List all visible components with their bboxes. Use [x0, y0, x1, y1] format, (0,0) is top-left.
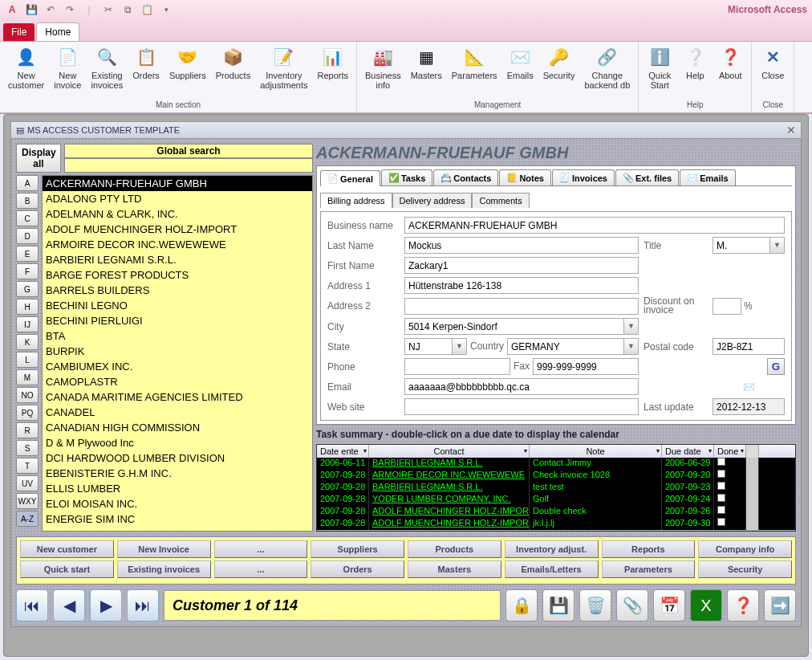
alpha-NO[interactable]: NO	[16, 387, 39, 403]
bottom-button[interactable]: Products	[408, 540, 501, 558]
bottom-button[interactable]: Reports	[602, 540, 696, 558]
discount-input[interactable]	[713, 298, 741, 315]
alpha-E[interactable]: E	[16, 246, 39, 262]
parameters-button[interactable]: 📐Parameters	[447, 43, 502, 100]
quick-start-button[interactable]: ℹ️Quick Start	[642, 43, 677, 100]
email-input[interactable]	[404, 378, 639, 395]
tab-tasks[interactable]: ✅Tasks	[381, 169, 432, 185]
alpha-C[interactable]: C	[16, 210, 39, 226]
first-name-input[interactable]	[404, 257, 639, 274]
save-record-button[interactable]: 💾	[542, 589, 574, 621]
global-search-input[interactable]	[64, 158, 313, 173]
last-record-button[interactable]: ⏭	[127, 589, 159, 621]
redo-icon[interactable]: ↷	[63, 2, 77, 17]
masters-button[interactable]: ▦Masters	[406, 43, 447, 100]
new-customer-button[interactable]: 👤New customer	[3, 43, 49, 100]
list-item[interactable]: ARMOIRE DECOR INC.WEWEWEWE	[43, 237, 312, 252]
list-item[interactable]: BECHINI LEGNO	[43, 298, 312, 313]
display-all-button[interactable]: Display all	[16, 144, 61, 173]
subtab-comments[interactable]: Comments	[472, 193, 529, 208]
list-item[interactable]: BURPIK	[43, 344, 312, 359]
table-row[interactable]: 2007-09-28YODER LUMBER COMPANY, INC.Golf…	[317, 494, 795, 506]
alpha-L[interactable]: L	[16, 352, 39, 368]
last-name-input[interactable]	[404, 237, 639, 254]
exit-button[interactable]: ➡️	[764, 589, 796, 621]
table-row[interactable]: 2006-06-11BARBIERI LEGNAMI S.R.L.Contact…	[317, 458, 795, 470]
alpha-WXY[interactable]: WXY	[16, 493, 39, 509]
alpha-PQ[interactable]: PQ	[16, 405, 39, 421]
tab-extfiles[interactable]: 📎Ext. files	[615, 169, 679, 185]
alpha-A-Z[interactable]: A-Z	[16, 511, 39, 527]
subtab-delivery[interactable]: Delivery address	[392, 193, 473, 208]
bottom-button[interactable]: Suppliers	[311, 540, 404, 558]
list-item[interactable]: ADELMANN & CLARK, INC.	[43, 206, 312, 222]
scrollbar[interactable]	[746, 445, 759, 458]
alpha-UV[interactable]: UV	[16, 475, 39, 491]
list-item[interactable]: BARBIERI LEGNAMI S.R.L.	[43, 252, 312, 267]
bottom-button[interactable]: Company info	[698, 540, 792, 558]
list-item[interactable]: BARRELS BUILDERS	[43, 283, 312, 298]
bottom-button[interactable]: Inventory adjust.	[505, 540, 599, 558]
list-item[interactable]: D & M Plywood Inc	[43, 435, 312, 450]
bottom-button[interactable]: Existing invoices	[117, 560, 211, 578]
list-item[interactable]: EBENISTERIE G.H.M INC.	[43, 466, 312, 481]
list-item[interactable]: DCI HARDWOOD LUMBER DIVISION	[43, 450, 312, 466]
fax-input[interactable]	[533, 358, 639, 375]
business-info-button[interactable]: 🏭Business info	[360, 43, 406, 100]
tab-invoices[interactable]: 🧾Invoices	[552, 169, 615, 185]
table-row[interactable]: 2007-09-28ADOLF MUENCHINGER HOLZ-IMPORTD…	[317, 506, 795, 518]
customer-list[interactable]: ACKERMANN-FRUEHAUF GMBHADALONG PTY LTDAD…	[42, 175, 313, 532]
bottom-button[interactable]: Parameters	[602, 560, 696, 578]
bottom-button[interactable]: New customer	[20, 540, 114, 558]
list-item[interactable]: ENERGIE SIM INC	[43, 511, 312, 527]
website-input[interactable]	[404, 398, 639, 415]
change-db-button[interactable]: 🔗Change backend db	[579, 43, 635, 100]
bottom-button[interactable]: Masters	[408, 560, 501, 578]
country-select[interactable]: ▼	[507, 338, 639, 355]
tab-general[interactable]: 📄General	[320, 170, 380, 186]
products-button[interactable]: 📦Products	[211, 43, 255, 100]
table-row[interactable]: 2007-09-28ADOLF MUENCHINGER HOLZ-IMPORTj…	[317, 518, 795, 530]
google-button[interactable]: G	[767, 358, 785, 375]
list-item[interactable]: ACKERMANN-FRUEHAUF GMBH	[43, 176, 312, 191]
tab-notes[interactable]: 📒Notes	[499, 169, 551, 185]
chevron-down-icon[interactable]: ▼	[453, 338, 467, 355]
paste-icon[interactable]: 📋	[140, 2, 154, 17]
col-due[interactable]: Due date▾	[662, 445, 714, 458]
address2-input[interactable]	[404, 298, 639, 315]
list-item[interactable]: ADOLF MUENCHINGER HOLZ-IMPORT	[43, 222, 312, 237]
chevron-down-icon[interactable]: ▼	[624, 318, 639, 335]
reports-button[interactable]: 📊Reports	[312, 43, 353, 100]
save-icon[interactable]: 💾	[24, 2, 39, 17]
suppliers-button[interactable]: 🤝Suppliers	[164, 43, 211, 100]
bottom-button[interactable]: ...	[214, 560, 308, 578]
copy-icon[interactable]: ⧉	[120, 2, 135, 17]
attachment-button[interactable]: 📎	[616, 589, 648, 621]
about-button[interactable]: ❓About	[713, 43, 748, 100]
subtab-billing[interactable]: Billing address	[320, 193, 392, 208]
alpha-A[interactable]: A	[16, 175, 39, 191]
orders-button[interactable]: 📋Orders	[128, 43, 164, 100]
postal-input[interactable]	[713, 338, 785, 355]
excel-export-button[interactable]: X	[690, 589, 722, 621]
col-note[interactable]: Note▾	[530, 445, 662, 458]
chevron-down-icon[interactable]: ▼	[770, 237, 785, 254]
inventory-adj-button[interactable]: 📝Inventory adjustments	[255, 43, 312, 100]
list-item[interactable]: BARGE FOREST PRODUCTS	[43, 267, 312, 283]
bottom-button[interactable]: ...	[214, 540, 308, 558]
calendar-button[interactable]: 📅	[653, 589, 685, 621]
alpha-F[interactable]: F	[16, 263, 39, 279]
qat-customize-icon[interactable]: ▾	[159, 2, 173, 17]
alpha-T[interactable]: T	[16, 458, 39, 474]
tab-emails[interactable]: ✉️Emails	[680, 169, 735, 185]
list-item[interactable]: ELOI MOISAN INC.	[43, 496, 312, 511]
task-grid[interactable]: Date ente▾ Contact▾ Note▾ Due date▾ Done…	[316, 444, 796, 532]
list-item[interactable]: ADALONG PTY LTD	[43, 191, 312, 206]
emails-button[interactable]: ✉️Emails	[502, 43, 538, 100]
new-invoice-button[interactable]: 📄New invoice	[49, 43, 86, 100]
alpha-D[interactable]: D	[16, 228, 39, 244]
bottom-button[interactable]: Emails/Letters	[505, 560, 599, 578]
lock-button[interactable]: 🔒	[505, 589, 538, 621]
existing-invoices-button[interactable]: 🔍Existing invoices	[87, 43, 128, 100]
list-item[interactable]: ELLIS LUMBER	[43, 481, 312, 496]
